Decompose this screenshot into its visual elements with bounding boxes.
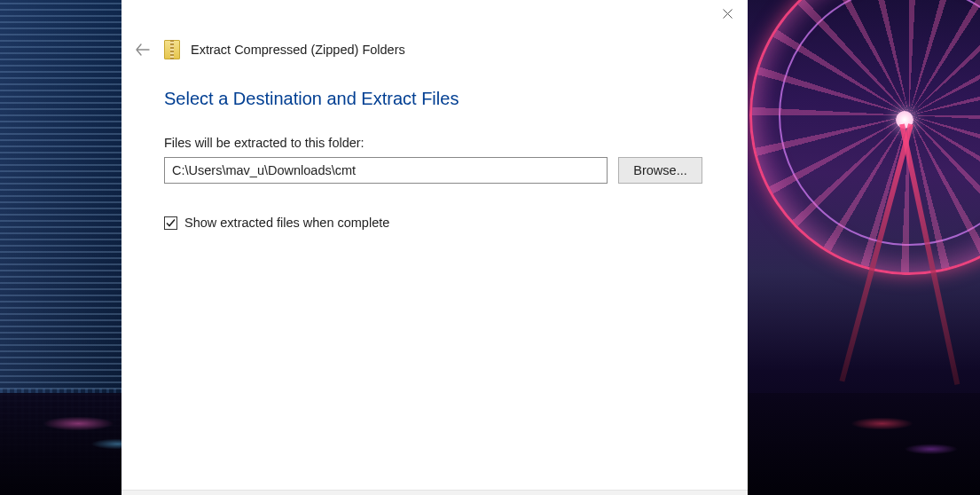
close-button[interactable] bbox=[708, 0, 748, 27]
wizard-title: Extract Compressed (Zipped) Folders bbox=[191, 43, 405, 57]
back-arrow-icon bbox=[136, 43, 150, 56]
extract-zip-dialog: Extract Compressed (Zipped) Folders Sele… bbox=[122, 0, 748, 495]
destination-row: Browse... bbox=[164, 157, 705, 184]
browse-button[interactable]: Browse... bbox=[618, 157, 702, 184]
show-files-label[interactable]: Show extracted files when complete bbox=[184, 216, 389, 230]
show-files-checkbox[interactable] bbox=[164, 216, 177, 230]
dialog-header: Extract Compressed (Zipped) Folders bbox=[122, 35, 748, 73]
dialog-footer-separator bbox=[122, 490, 748, 495]
close-icon bbox=[723, 9, 733, 19]
dialog-titlebar bbox=[122, 0, 748, 35]
check-icon bbox=[166, 218, 176, 228]
dialog-content: Select a Destination and Extract Files F… bbox=[122, 73, 748, 490]
show-files-option: Show extracted files when complete bbox=[164, 216, 705, 230]
page-heading: Select a Destination and Extract Files bbox=[164, 89, 705, 109]
destination-label: Files will be extracted to this folder: bbox=[164, 136, 705, 150]
back-button[interactable] bbox=[132, 39, 153, 60]
destination-path-input[interactable] bbox=[164, 157, 608, 184]
wallpaper-ferris-wheel bbox=[767, 0, 980, 390]
zip-folder-icon bbox=[164, 40, 180, 59]
